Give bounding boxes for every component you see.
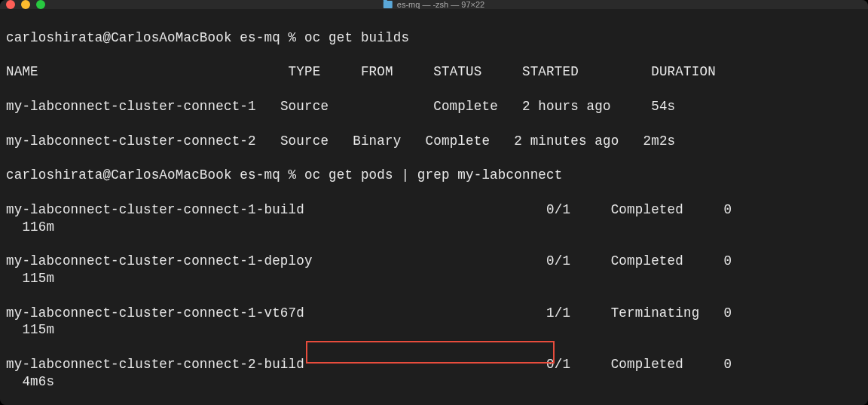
folder-icon (384, 1, 393, 8)
pod-row: my-labconnect-cluster-connect-1-deploy 0… (6, 253, 862, 287)
command-text: oc get pods | grep my-labconnect (304, 167, 562, 183)
terminal-window: es-mq — -zsh — 97×22 carloshirata@Carlos… (0, 0, 868, 405)
pod-row: my-labconnect-cluster-connect-1-build 0/… (6, 201, 862, 236)
pod-row: my-labconnect-cluster-connect-2-build 0/… (6, 356, 862, 391)
build-row: my-labconnect-cluster-connect-2 Source B… (6, 133, 862, 150)
close-icon[interactable] (6, 0, 15, 9)
pod-row: my-labconnect-cluster-connect-1-vt67d 1/… (6, 305, 862, 339)
traffic-lights (6, 0, 45, 9)
minimize-icon[interactable] (21, 0, 30, 9)
window-title: es-mq — -zsh — 97×22 (384, 0, 484, 9)
terminal-body[interactable]: carloshirata@CarlosAoMacBook es-mq % oc … (0, 9, 868, 405)
window-title-text: es-mq — -zsh — 97×22 (397, 0, 484, 9)
prompt-line: carloshirata@CarlosAoMacBook es-mq % oc … (6, 29, 862, 47)
build-row: my-labconnect-cluster-connect-1 Source C… (6, 98, 862, 115)
maximize-icon[interactable] (36, 0, 45, 9)
titlebar[interactable]: es-mq — -zsh — 97×22 (0, 0, 868, 9)
builds-header-row: NAME TYPE FROM STATUS STARTED DURATION (6, 63, 862, 81)
command-text: oc get builds (304, 30, 409, 45)
prompt-line: carloshirata@CarlosAoMacBook es-mq % oc … (6, 167, 862, 184)
